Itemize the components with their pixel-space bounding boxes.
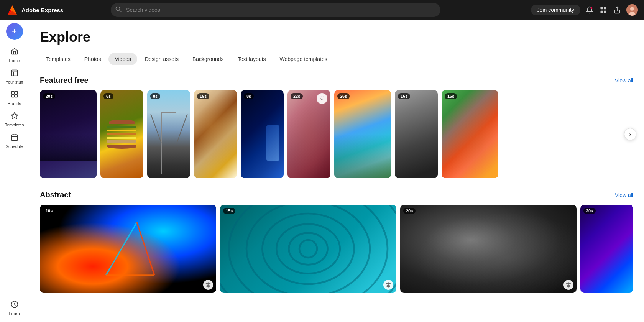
svg-line-4 bbox=[120, 10, 122, 12]
svg-marker-19 bbox=[11, 113, 18, 119]
svg-rect-14 bbox=[12, 70, 17, 76]
featured-row: 20s 6s bbox=[40, 90, 633, 178]
abstract-duration-2: 15s bbox=[223, 208, 235, 214]
add-button[interactable]: + bbox=[6, 23, 23, 40]
share-icon[interactable] bbox=[613, 5, 622, 15]
svg-rect-6 bbox=[600, 7, 603, 10]
sidebar-item-templates-label: Templates bbox=[5, 123, 24, 127]
app-logo[interactable]: Adobe Express bbox=[6, 4, 63, 16]
topnav-right: Join community bbox=[531, 4, 638, 16]
duration-badge-5: 8s bbox=[244, 93, 254, 99]
brands-icon bbox=[11, 90, 18, 100]
top-navigation: Adobe Express Join community bbox=[0, 0, 644, 20]
svg-rect-17 bbox=[12, 95, 14, 97]
svg-rect-8 bbox=[600, 11, 603, 13]
avatar[interactable] bbox=[626, 4, 638, 16]
duration-badge-4: 19s bbox=[197, 93, 209, 99]
tab-text-layouts[interactable]: Text layouts bbox=[232, 53, 272, 65]
sidebar-item-templates[interactable]: Templates bbox=[2, 109, 28, 130]
featured-card-9[interactable]: 15s bbox=[442, 90, 498, 178]
sidebar-item-learn-label: Learn bbox=[9, 311, 20, 316]
abstract-duration-4: 20s bbox=[583, 208, 596, 214]
featured-card-3[interactable]: 8s bbox=[147, 90, 190, 178]
abstract-card-2[interactable]: .rw{fill:none;stroke:rgba(0,100,120,0.5)… bbox=[220, 205, 396, 293]
sidebar-item-your-stuff-label: Your stuff bbox=[6, 80, 23, 84]
duration-badge-1: 20s bbox=[43, 93, 55, 99]
abstract-view-all[interactable]: View all bbox=[615, 192, 633, 198]
abstract-watermark-1 bbox=[203, 280, 213, 290]
notifications-icon[interactable] bbox=[585, 5, 594, 15]
tab-bar: Templates Photos Videos Design assets Ba… bbox=[40, 53, 633, 65]
sidebar-item-your-stuff[interactable]: Your stuff bbox=[2, 66, 28, 87]
svg-point-29 bbox=[289, 233, 327, 265]
sidebar-item-schedule-label: Schedule bbox=[6, 144, 23, 149]
apps-icon[interactable] bbox=[599, 5, 608, 15]
home-icon bbox=[11, 48, 18, 57]
main-layout: + Home Your stuff bbox=[0, 20, 644, 322]
sidebar: + Home Your stuff bbox=[0, 20, 29, 322]
templates-icon bbox=[11, 112, 18, 122]
abstract-section: Abstract View all 10s bbox=[40, 191, 633, 293]
svg-rect-16 bbox=[15, 92, 17, 94]
abstract-duration-1: 10s bbox=[43, 208, 55, 214]
sidebar-item-brands-label: Brands bbox=[8, 101, 21, 106]
svg-point-5 bbox=[590, 7, 592, 9]
abstract-title: Abstract bbox=[40, 191, 71, 199]
search-input[interactable] bbox=[111, 3, 440, 17]
duration-badge-6: 22s bbox=[291, 93, 303, 99]
main-content: Explore Templates Photos Videos Design a… bbox=[29, 20, 644, 322]
tab-webpage-templates[interactable]: Webpage templates bbox=[274, 53, 334, 65]
featured-card-7[interactable]: 26s bbox=[334, 90, 391, 178]
featured-card-5[interactable]: 8s bbox=[241, 90, 284, 178]
abstract-duration-3: 20s bbox=[403, 208, 416, 214]
featured-title: Featured free bbox=[40, 76, 89, 85]
featured-card-8[interactable]: 16s bbox=[395, 90, 438, 178]
tab-templates[interactable]: Templates bbox=[40, 53, 77, 65]
search-icon bbox=[115, 6, 122, 14]
abstract-card-3[interactable]: 20s bbox=[400, 205, 577, 293]
sidebar-item-home-label: Home bbox=[9, 58, 20, 63]
featured-section: Featured free View all 20s bbox=[40, 76, 633, 178]
svg-line-26 bbox=[137, 222, 154, 275]
featured-header: Featured free View all bbox=[40, 76, 633, 85]
featured-card-1[interactable]: 20s bbox=[40, 90, 97, 178]
svg-point-32 bbox=[246, 205, 370, 293]
featured-card-6[interactable]: ♡ 22s bbox=[288, 90, 330, 178]
duration-badge-9: 15s bbox=[445, 93, 457, 99]
page-title: Explore bbox=[40, 29, 633, 45]
featured-card-2[interactable]: 6s bbox=[100, 90, 143, 178]
svg-point-33 bbox=[229, 205, 388, 293]
heart-button-6[interactable]: ♡ bbox=[317, 93, 327, 104]
adobe-logo-icon bbox=[6, 4, 18, 16]
abstract-card-4[interactable]: 20s bbox=[580, 205, 633, 293]
tab-design-assets[interactable]: Design assets bbox=[139, 53, 185, 65]
sidebar-item-home[interactable]: Home bbox=[2, 44, 28, 66]
featured-view-all[interactable]: View all bbox=[615, 77, 633, 84]
schedule-icon bbox=[11, 133, 18, 143]
abstract-card-1[interactable]: 10s bbox=[40, 205, 216, 293]
tab-photos[interactable]: Photos bbox=[78, 53, 107, 65]
svg-rect-7 bbox=[604, 7, 606, 10]
svg-rect-18 bbox=[15, 95, 17, 97]
app-name: Adobe Express bbox=[21, 7, 63, 13]
sidebar-item-learn[interactable]: Learn bbox=[2, 297, 28, 319]
sidebar-item-schedule[interactable]: Schedule bbox=[2, 130, 28, 152]
search-bar bbox=[111, 3, 440, 17]
carousel-next-button[interactable]: › bbox=[624, 128, 636, 140]
abstract-watermark-2 bbox=[383, 280, 393, 290]
svg-rect-15 bbox=[12, 92, 14, 94]
tab-backgrounds[interactable]: Backgrounds bbox=[186, 53, 230, 65]
svg-point-30 bbox=[276, 224, 340, 274]
featured-card-4[interactable]: 19s bbox=[194, 90, 237, 178]
tab-videos[interactable]: Videos bbox=[108, 53, 137, 65]
svg-point-12 bbox=[630, 7, 634, 11]
duration-badge-3: 8s bbox=[150, 93, 160, 99]
duration-badge-2: 6s bbox=[104, 93, 113, 99]
abstract-header: Abstract View all bbox=[40, 191, 633, 199]
join-community-button[interactable]: Join community bbox=[531, 5, 580, 15]
your-stuff-icon bbox=[11, 69, 18, 79]
sidebar-item-brands[interactable]: Brands bbox=[2, 87, 28, 109]
abstract-row: 10s .rw{fill:none;stroke:rgba(0,100,120,… bbox=[40, 205, 633, 293]
duration-badge-8: 16s bbox=[398, 93, 410, 99]
abstract-watermark-3 bbox=[564, 280, 573, 290]
